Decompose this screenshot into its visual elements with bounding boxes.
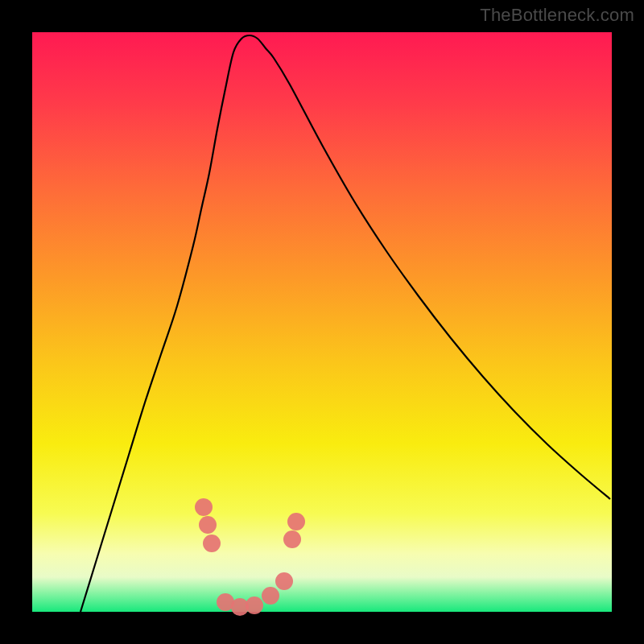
- curve-marker: [275, 572, 293, 590]
- curve-marker: [203, 535, 221, 552]
- chart-frame: TheBottleneck.com: [0, 0, 644, 644]
- curve-marker: [283, 530, 301, 548]
- curve-marker: [195, 498, 213, 516]
- watermark-text: TheBottleneck.com: [480, 5, 634, 26]
- curve-marker: [199, 516, 217, 534]
- chart-svg: [32, 32, 612, 612]
- curve-marker: [262, 587, 279, 605]
- curve-marker: [246, 597, 263, 614]
- curve-markers: [195, 498, 305, 616]
- curve-marker: [287, 513, 305, 530]
- bottleneck-curve: [80, 35, 610, 612]
